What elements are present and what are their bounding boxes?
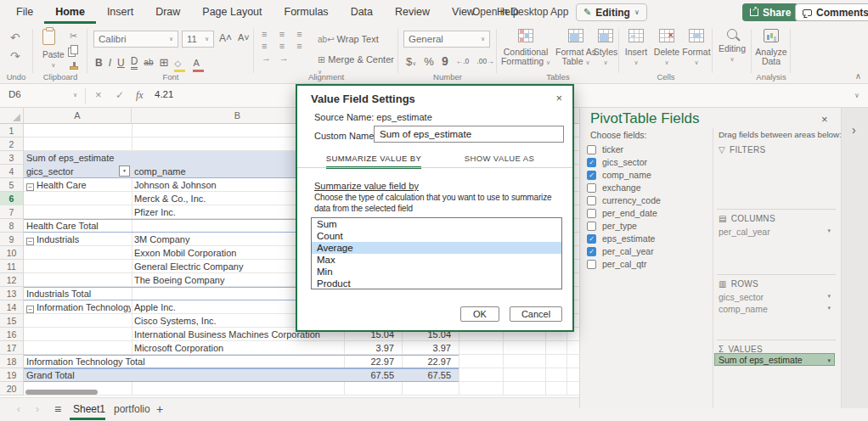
field-per-cal-qtr[interactable]: per_cal_qtr bbox=[587, 258, 647, 270]
align-right-icon[interactable]: ≡ bbox=[296, 41, 314, 51]
increase-indent-icon[interactable]: → bbox=[279, 53, 297, 63]
filter-dropdown-icon[interactable] bbox=[119, 166, 130, 177]
grid-row[interactable]: Microsoft Corporation 3.97 3.97 bbox=[0, 341, 579, 355]
field-gics-sector[interactable]: ✓ gics_sector bbox=[587, 156, 647, 168]
comma-style-button[interactable]: 9 bbox=[442, 54, 448, 68]
cell-b17[interactable]: Microsoft Corporation bbox=[134, 343, 343, 353]
option-count[interactable]: Count bbox=[312, 230, 561, 242]
collapse-group-icon[interactable] bbox=[26, 183, 34, 191]
chevron-down-icon[interactable]: ▾ bbox=[827, 357, 831, 364]
cell-d19[interactable]: 67.55 bbox=[398, 370, 455, 380]
option-max[interactable]: Max bbox=[312, 254, 561, 266]
insert-cells-button[interactable]: Insert∨ bbox=[622, 29, 651, 68]
tab-insert[interactable]: Insert bbox=[96, 0, 144, 24]
field-per-end-date[interactable]: per_end_date bbox=[587, 207, 657, 219]
cancel-entry-icon[interactable]: × bbox=[95, 88, 102, 101]
underline-button[interactable]: U bbox=[117, 57, 125, 69]
analyze-data-button[interactable]: AnalyzeData bbox=[752, 29, 790, 67]
row-header-15[interactable]: 15 bbox=[0, 314, 23, 328]
chevron-down-icon[interactable]: ▾ bbox=[827, 293, 831, 300]
strikethrough-button[interactable]: ab bbox=[144, 58, 153, 67]
row-header-16[interactable]: 16 bbox=[0, 328, 23, 341]
double-underline-button[interactable]: D bbox=[131, 55, 138, 70]
cell-a5[interactable]: Health Care bbox=[26, 180, 131, 191]
fill-color-button[interactable]: ◇ bbox=[174, 54, 185, 70]
checkbox-checked[interactable]: ✓ bbox=[587, 158, 596, 167]
next-sheet-icon[interactable]: › bbox=[36, 398, 39, 421]
tab-review[interactable]: Review bbox=[384, 0, 441, 24]
editing-mode-dropdown[interactable]: ✎ Editing ∨ bbox=[576, 3, 647, 21]
increase-decimal-button[interactable]: .00→ bbox=[476, 57, 493, 65]
percent-style-button[interactable]: % bbox=[424, 55, 434, 68]
align-top-icon[interactable]: ≡ bbox=[262, 29, 279, 39]
align-center-icon[interactable]: ≡ bbox=[279, 41, 297, 51]
field-per-type[interactable]: per_type bbox=[587, 220, 637, 232]
row-header-17[interactable]: 17 bbox=[0, 341, 23, 355]
checkbox-unchecked[interactable] bbox=[587, 183, 596, 193]
checkbox-checked[interactable]: ✓ bbox=[587, 234, 596, 244]
share-button[interactable]: ↗ Share bbox=[742, 3, 798, 21]
cell-a18[interactable]: Information Technology Total bbox=[26, 356, 196, 367]
option-sum[interactable]: Sum bbox=[312, 218, 561, 230]
name-box-chevron-icon[interactable]: ∨ bbox=[73, 92, 77, 98]
custom-name-input[interactable] bbox=[374, 126, 564, 143]
select-all-corner[interactable] bbox=[0, 108, 24, 124]
cell-c19[interactable]: 67.55 bbox=[344, 370, 398, 380]
grid-row[interactable]: Information Technology Total 22.97 22.97 bbox=[0, 355, 579, 368]
cell-a14[interactable]: Information Technology bbox=[26, 302, 131, 313]
delete-cells-button[interactable]: Delete∨ bbox=[651, 29, 682, 68]
checkbox-unchecked[interactable] bbox=[587, 145, 596, 154]
paste-button[interactable]: Paste ∨ bbox=[42, 29, 65, 69]
comments-button[interactable]: Comments bbox=[795, 3, 868, 21]
styles-button[interactable]: Styles∨ bbox=[591, 29, 620, 68]
number-format-dropdown[interactable]: General ∨ bbox=[403, 31, 490, 48]
cell-c17[interactable]: 3.97 bbox=[344, 343, 398, 353]
checkbox-unchecked[interactable] bbox=[587, 222, 596, 231]
format-cells-button[interactable]: Format∨ bbox=[681, 29, 712, 68]
cell-d18[interactable]: 22.97 bbox=[398, 356, 455, 367]
row-header-10[interactable]: 10 bbox=[0, 246, 23, 260]
redo-icon[interactable]: ↷ bbox=[10, 49, 20, 63]
option-min[interactable]: Min bbox=[312, 266, 561, 278]
cell-a9[interactable]: Industrials bbox=[26, 234, 131, 245]
field-eps-estimate[interactable]: ✓ eps_estimate bbox=[587, 233, 655, 244]
copy-icon[interactable] bbox=[68, 42, 78, 58]
conditional-formatting-button[interactable]: ConditionalFormatting ∨ bbox=[499, 29, 552, 68]
field-exchange[interactable]: exchange bbox=[587, 182, 641, 194]
row-header-8[interactable]: 8 bbox=[0, 219, 23, 233]
horizontal-scrollbar[interactable] bbox=[25, 390, 98, 395]
font-name-dropdown[interactable]: Calibri ∨ bbox=[93, 31, 178, 48]
field-currency-code[interactable]: currency_code bbox=[587, 194, 661, 206]
increase-font-icon[interactable]: A˄ bbox=[219, 32, 232, 44]
tab-file[interactable]: File bbox=[5, 0, 44, 24]
insert-function-icon[interactable]: fx bbox=[136, 89, 144, 102]
font-color-button[interactable]: A bbox=[193, 54, 204, 70]
tab-home[interactable]: Home bbox=[44, 0, 96, 24]
accounting-format-button[interactable]: $∨ bbox=[406, 55, 416, 68]
italic-button[interactable]: I bbox=[109, 57, 111, 69]
open-in-desktop-button[interactable]: Open in Desktop App bbox=[472, 0, 568, 24]
align-left-icon[interactable]: ≡ bbox=[262, 41, 279, 51]
row-header-20[interactable]: 20 bbox=[0, 382, 23, 396]
undo-icon[interactable]: ↶ bbox=[10, 31, 20, 44]
field-per-cal-year[interactable]: ✓ per_cal_year bbox=[587, 245, 654, 257]
rows-field-comp-name[interactable]: comp_name ▾ bbox=[719, 304, 832, 314]
cell-a4[interactable]: gics_sector bbox=[26, 166, 131, 177]
columns-field-per-cal-year[interactable]: per_cal_year ▾ bbox=[719, 227, 832, 237]
row-header-13[interactable]: 13 bbox=[0, 287, 23, 300]
decrease-font-icon[interactable]: A˅ bbox=[238, 32, 250, 42]
row-header-9[interactable]: 9 bbox=[0, 233, 23, 246]
cell-a19[interactable]: Grand Total bbox=[26, 370, 196, 380]
expand-formula-bar-icon[interactable]: ∨ bbox=[854, 92, 860, 99]
decrease-decimal-button[interactable]: ←.0 bbox=[456, 57, 470, 65]
close-icon[interactable]: × bbox=[821, 113, 828, 126]
chevron-down-icon[interactable]: ▾ bbox=[827, 227, 831, 234]
collapse-group-icon[interactable] bbox=[26, 306, 34, 313]
row-header-5[interactable]: 5 bbox=[0, 178, 23, 192]
cell-d17[interactable]: 3.97 bbox=[398, 343, 455, 353]
option-average-selected[interactable]: Average bbox=[312, 242, 561, 254]
cell-c18[interactable]: 22.97 bbox=[344, 356, 398, 367]
tab-show-value-as[interactable]: SHOW VALUE AS bbox=[437, 150, 562, 167]
row-header-6-active[interactable]: 6 bbox=[0, 192, 23, 205]
tab-draw[interactable]: Draw bbox=[144, 0, 191, 24]
